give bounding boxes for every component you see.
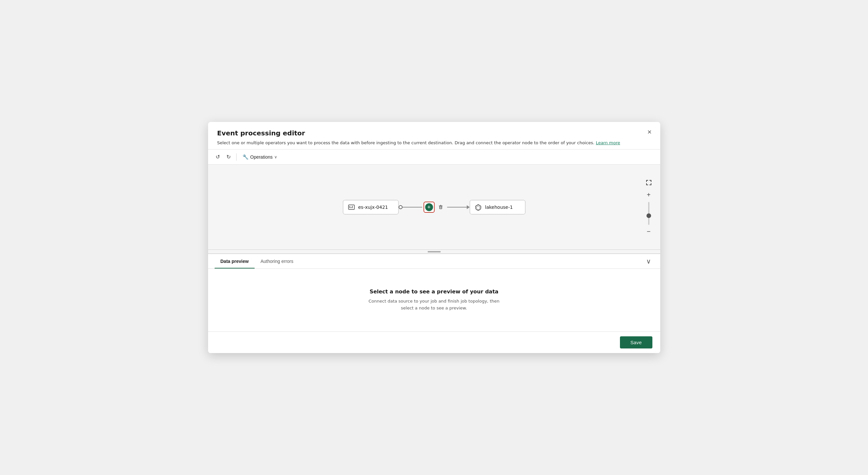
connector-line-left: [402, 207, 422, 208]
svg-rect-15: [646, 183, 647, 185]
undo-button[interactable]: ↺: [213, 152, 222, 161]
resize-handle[interactable]: [208, 250, 660, 254]
right-connector: [447, 205, 470, 209]
dialog-header: Event processing editor Select one or mu…: [208, 122, 660, 149]
bottom-panel: Data preview Authoring errors ∨ Select a…: [208, 254, 660, 331]
source-node-label: es-xujx-0421: [358, 205, 388, 210]
tabs-row: Data preview Authoring errors ∨: [208, 254, 660, 269]
tab-authoring-errors[interactable]: Authoring errors: [255, 254, 299, 268]
tabs-left: Data preview Authoring errors: [215, 254, 300, 268]
dialog-title: Event processing editor: [217, 129, 651, 137]
collapse-panel-button[interactable]: ∨: [644, 256, 654, 267]
dialog-desc-text: Select one or multiple operators you wan…: [217, 140, 595, 145]
zoom-controls: + −: [643, 177, 654, 237]
tab-data-preview[interactable]: Data preview: [215, 254, 255, 268]
toolbar-divider: [236, 153, 237, 160]
add-operator-button[interactable]: +: [423, 202, 434, 213]
zoom-out-button[interactable]: −: [643, 226, 654, 237]
event-processing-dialog: Event processing editor Select one or mu…: [208, 122, 660, 353]
dialog-footer: Save: [208, 331, 660, 353]
operations-menu-button[interactable]: 🔧 Operations ∨: [240, 153, 280, 161]
flow-container: es-xujx-0421 +: [343, 200, 525, 214]
svg-rect-0: [348, 205, 354, 209]
connector-line-right: [447, 207, 467, 208]
canvas-area[interactable]: es-xujx-0421 +: [208, 165, 660, 250]
mid-action-buttons: +: [423, 202, 446, 213]
lakehouse-icon: [474, 204, 482, 211]
svg-rect-17: [651, 183, 651, 185]
save-button[interactable]: Save: [620, 336, 652, 349]
source-node[interactable]: es-xujx-0421: [343, 200, 398, 214]
wrench-icon: 🔧: [243, 154, 249, 160]
dialog-description: Select one or multiple operators you wan…: [217, 140, 651, 146]
left-connector: [398, 205, 422, 209]
connector-circle: [398, 205, 402, 209]
plus-circle-icon: +: [425, 203, 433, 211]
zoom-slider-thumb[interactable]: [647, 213, 651, 218]
learn-more-link[interactable]: Learn more: [596, 140, 620, 145]
empty-state-description: Connect data source to your job and fini…: [365, 298, 503, 312]
destination-node[interactable]: lakehouse-1: [470, 200, 525, 214]
chevron-down-icon: ∨: [274, 155, 277, 159]
close-button[interactable]: ×: [645, 127, 654, 137]
zoom-slider-track: [648, 202, 649, 225]
zoom-in-button[interactable]: +: [643, 189, 654, 201]
redo-button[interactable]: ↻: [224, 152, 233, 161]
arrow-icon: [467, 205, 470, 209]
resize-bar: [428, 251, 441, 253]
empty-state: Select a node to see a preview of your d…: [208, 269, 660, 331]
source-icon: [348, 204, 355, 211]
svg-rect-13: [651, 180, 651, 182]
svg-rect-11: [646, 180, 647, 182]
toolbar: ↺ ↻ 🔧 Operations ∨: [208, 149, 660, 165]
delete-button[interactable]: [436, 202, 446, 212]
destination-node-label: lakehouse-1: [485, 205, 513, 210]
operations-label: Operations: [250, 154, 273, 160]
svg-rect-5: [440, 206, 442, 209]
fit-view-button[interactable]: [643, 177, 654, 188]
empty-state-title: Select a node to see a preview of your d…: [370, 289, 498, 295]
